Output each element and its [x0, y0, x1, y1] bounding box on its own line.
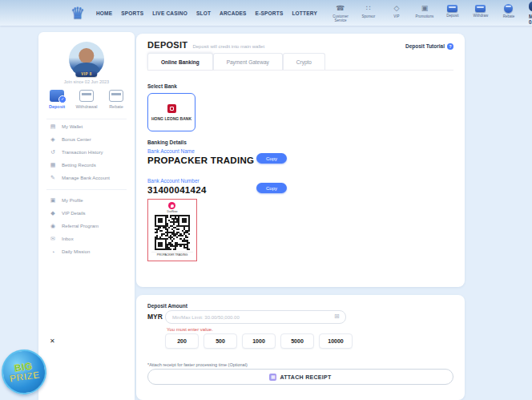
- account-number-label: Bank Account Number: [147, 178, 200, 184]
- rebate-button[interactable]: Rebate: [498, 3, 519, 18]
- page-subtitle: Deposit will credit into main wallet: [192, 44, 264, 49]
- amount-input[interactable]: [165, 310, 346, 324]
- attach-receipt-button[interactable]: ▦ ATTACH RECEIPT: [147, 369, 453, 385]
- help-icon: ?: [447, 43, 453, 50]
- records-icon: ▦: [50, 162, 56, 168]
- sidebar-item-betting-records[interactable]: ▦ Betting Records: [50, 160, 96, 170]
- deposit-button[interactable]: Deposit: [442, 3, 463, 18]
- sidebar-withdrawal-button[interactable]: Withdrawal: [73, 90, 100, 109]
- hong-leong-logo-icon: [167, 104, 176, 113]
- action-label: Withdrawal: [75, 104, 97, 109]
- nav-home[interactable]: HOME: [96, 10, 112, 16]
- account-name-value: PROPACKER TRADING: [147, 156, 254, 165]
- sidebar-item-vip-details[interactable]: ◆ VIP Details: [50, 208, 86, 218]
- withdraw-button[interactable]: Withdraw: [470, 3, 491, 18]
- nav-esports[interactable]: E-SPORTS: [256, 10, 284, 16]
- sidebar-item-my-wallet[interactable]: ▤ My Wallet: [50, 122, 83, 131]
- deposit-tabs: Online Banking Payment Gateway Crypto: [147, 53, 453, 71]
- copy-account-number-button[interactable]: Copy: [256, 183, 287, 193]
- keypad-icon[interactable]: ⊞: [334, 313, 340, 320]
- bank-option-hong-leong[interactable]: HONG LEONG BANK: [147, 93, 195, 131]
- nav-arcades[interactable]: ARCADES: [220, 10, 247, 16]
- promotions-icon: ▣: [421, 3, 429, 13]
- nav-sports[interactable]: SPORTS: [121, 10, 143, 16]
- sidebar-item-label: Daily Mission: [62, 249, 90, 254]
- referral-icon: ◉: [50, 223, 56, 229]
- sidebar-item-label: Manage Bank Account: [62, 176, 110, 180]
- sponsor-button[interactable]: ∷ Sponsor: [358, 3, 379, 18]
- tab-online-banking[interactable]: Online Banking: [147, 53, 213, 70]
- sidebar-deposit-button[interactable]: Deposit: [43, 90, 71, 109]
- deposit-card: DEPOSIT Deposit will credit into main wa…: [136, 34, 465, 287]
- sidebar-item-transaction-history[interactable]: ↺ Transaction History: [50, 147, 103, 157]
- nav-lottery[interactable]: LOTTERY: [292, 10, 317, 16]
- attach-image-icon: ▦: [269, 374, 276, 381]
- quick-amount-10000[interactable]: 10000: [319, 333, 353, 349]
- qr-caption: PROPACKER TRADING: [151, 252, 193, 257]
- profile-vip-badge: VIP 8: [75, 71, 97, 77]
- tab-payment-gateway[interactable]: Payment Gateway: [213, 53, 283, 70]
- wallet-actions: Deposit Withdrawal Rebate: [43, 90, 130, 109]
- sidebar-item-label: Betting Records: [62, 163, 96, 168]
- divider: [46, 189, 127, 190]
- wallet-balance[interactable]: VIP 8 MYR 0.00: [529, 2, 532, 25]
- deposit-tutorial-link[interactable]: Deposit Tutorial ?: [405, 43, 453, 50]
- promo-close-button[interactable]: ✕: [50, 337, 55, 345]
- sidebar-item-daily-mission[interactable]: ◔ Daily Mission: [50, 247, 90, 257]
- copy-account-name-button[interactable]: Copy: [256, 153, 287, 164]
- currency-label: MYR: [147, 313, 163, 321]
- quick-amount-5000[interactable]: 5000: [280, 333, 314, 349]
- banking-details-label: Banking Details: [147, 139, 187, 145]
- deposit-header: DEPOSIT Deposit will credit into main wa…: [147, 40, 453, 50]
- tutorial-label: Deposit Tutorial: [405, 43, 445, 49]
- account-number-value: 31400041424: [147, 185, 207, 195]
- qr-code: [155, 215, 190, 250]
- bonus-icon: ◈: [50, 136, 56, 143]
- nav-live-casino[interactable]: LIVE CASINO: [152, 10, 187, 16]
- nav-slot[interactable]: SLOT: [196, 10, 211, 16]
- sidebar-rebate-button[interactable]: Rebate: [103, 90, 130, 109]
- util-label: VIP: [393, 14, 399, 18]
- vip-button[interactable]: ◇ VIP: [386, 3, 407, 18]
- sidebar-item-label: My Wallet: [62, 124, 83, 129]
- action-label: Deposit: [49, 104, 65, 109]
- receipt-note: *Attach receipt for faster processing ti…: [147, 362, 248, 367]
- history-icon: ↺: [50, 149, 56, 156]
- sidebar-item-referral-program[interactable]: ◉ Referral Program: [50, 221, 99, 231]
- sponsor-icon: ∷: [366, 3, 371, 13]
- diamond-icon: ◆: [50, 210, 56, 216]
- sidebar-item-label: Referral Program: [62, 224, 99, 228]
- withdrawal-card-icon: [79, 90, 94, 102]
- util-label: Customer Service: [330, 14, 351, 23]
- sidebar-item-my-profile[interactable]: ▣ My Profile: [50, 196, 83, 205]
- sidebar-item-label: Inbox: [62, 236, 74, 241]
- sidebar-item-manage-bank-account[interactable]: ✎ Manage Bank Account: [50, 173, 110, 183]
- page: ♛ HOME SPORTS LIVE CASINO SLOT ARCADES E…: [0, 0, 532, 400]
- inbox-icon: ✉: [50, 236, 56, 242]
- main-menu: HOME SPORTS LIVE CASINO SLOT ARCADES E-S…: [96, 10, 317, 16]
- rebate-icon: [504, 4, 513, 13]
- quick-amount-200[interactable]: 200: [165, 333, 199, 349]
- customer-service-button[interactable]: ☎ Customer Service: [330, 3, 351, 23]
- sidebar-item-label: VIP Details: [62, 211, 86, 216]
- duitnow-brand: DuitNow: [167, 202, 177, 213]
- tab-crypto[interactable]: Crypto: [283, 53, 325, 70]
- duitnow-logo-icon: [168, 202, 175, 209]
- duitnow-label: DuitNow: [167, 210, 177, 213]
- brand-crown-logo[interactable]: ♛: [71, 5, 85, 21]
- quick-amount-1000[interactable]: 1000: [242, 333, 276, 349]
- util-label: Withdraw: [474, 14, 489, 18]
- quick-amounts: 200 500 1000 5000 10000: [165, 333, 353, 349]
- top-navbar: ♛ HOME SPORTS LIVE CASINO SLOT ARCADES E…: [0, 0, 532, 26]
- util-label: Deposit: [446, 14, 458, 18]
- divider: [46, 119, 127, 119]
- promotions-button[interactable]: ▣ Promotions: [414, 3, 435, 18]
- quick-amount-500[interactable]: 500: [204, 333, 237, 349]
- bank-name: HONG LEONG BANK: [151, 116, 191, 121]
- sidebar-item-label: Transaction History: [62, 150, 103, 155]
- sidebar-item-bonus-center[interactable]: ◈ Bonus Center: [50, 135, 91, 144]
- deposit-icon: [447, 5, 457, 12]
- account-name-label: Bank Account Name: [147, 148, 195, 154]
- sidebar: VIP 8 Join since 02 Jun 2023 Deposit Wit…: [38, 32, 135, 400]
- sidebar-item-inbox[interactable]: ✉ Inbox: [50, 234, 74, 244]
